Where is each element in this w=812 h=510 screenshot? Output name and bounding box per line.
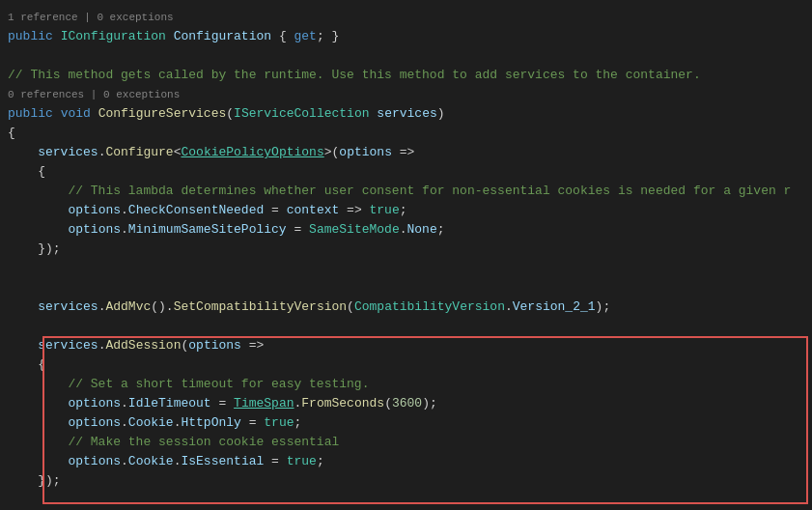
line-comment-timeout: // Set a short timeout for easy testing. <box>0 375 812 394</box>
line-httponly: options.Cookie.HttpOnly = true; <box>0 413 812 433</box>
line-configure-services: public void ConfigureServices(IServiceCo… <box>0 104 812 124</box>
line-addmvc: services.AddMvc().SetCompatibilityVersio… <box>0 298 812 317</box>
line-brace-open1: { <box>0 124 812 143</box>
comment-timeout-text: // Set a short timeout for easy testing. <box>8 375 804 394</box>
line-meta2: 0 references | 0 exceptions <box>0 85 812 104</box>
code-configure-services: public void ConfigureServices(IServiceCo… <box>8 104 804 124</box>
line-blank4 <box>0 317 812 336</box>
line-same-site: options.MinimumSameSitePolicy = SameSite… <box>0 220 812 240</box>
code-configure-cookie: services.Configure<CookiePolicyOptions>(… <box>8 143 804 162</box>
line-meta1: 1 reference | 0 exceptions <box>0 8 812 27</box>
line-blank5 <box>0 491 812 510</box>
line-blank3 <box>0 278 812 298</box>
line-brace-close2: }); <box>0 471 812 491</box>
line-idle-timeout: options.IdleTimeout = TimeSpan.FromSecon… <box>0 394 812 413</box>
line-comment-lambda: // This lambda determines whether user c… <box>0 182 812 201</box>
line-comment-method: // This method gets called by the runtim… <box>0 66 812 85</box>
code-same-site: options.MinimumSameSitePolicy = SameSite… <box>8 220 804 240</box>
code-httponly: options.Cookie.HttpOnly = true; <box>8 413 804 433</box>
line-brace-open2: { <box>0 162 812 182</box>
comment-method-text: // This method gets called by the runtim… <box>8 66 804 85</box>
code-isessential: options.Cookie.IsEssential = true; <box>8 452 804 471</box>
code-editor: 1 reference | 0 exceptions public IConfi… <box>0 0 812 510</box>
comment-lambda-text: // This lambda determines whether user c… <box>8 182 804 201</box>
code-addsession: services.AddSession(options => <box>8 336 804 355</box>
code-check-consent: options.CheckConsentNeeded = context => … <box>8 201 804 220</box>
line-brace-close1: }); <box>0 240 812 259</box>
line-isessential: options.Cookie.IsEssential = true; <box>0 452 812 471</box>
line-comment-essential: // Make the session cookie essential <box>0 433 812 452</box>
highlighted-section: services.AddSession(options => { // Set … <box>0 336 812 510</box>
meta-text-2: 0 references | 0 exceptions <box>8 85 804 104</box>
line-check-consent: options.CheckConsentNeeded = context => … <box>0 201 812 220</box>
code-iconfig: public IConfiguration Configuration { ge… <box>8 27 804 46</box>
code-addmvc: services.AddMvc().SetCompatibilityVersio… <box>8 298 804 317</box>
line-iconfig: public IConfiguration Configuration { ge… <box>0 27 812 46</box>
line-addsession: services.AddSession(options => <box>0 336 812 355</box>
code-idle-timeout: options.IdleTimeout = TimeSpan.FromSecon… <box>8 394 804 413</box>
meta-text-1: 1 reference | 0 exceptions <box>8 8 804 27</box>
line-brace-open3: { <box>0 355 812 375</box>
line-blank2 <box>0 259 812 278</box>
line-configure-cookie: services.Configure<CookiePolicyOptions>(… <box>0 143 812 162</box>
line-blank1 <box>0 46 812 66</box>
comment-essential-text: // Make the session cookie essential <box>8 433 804 452</box>
